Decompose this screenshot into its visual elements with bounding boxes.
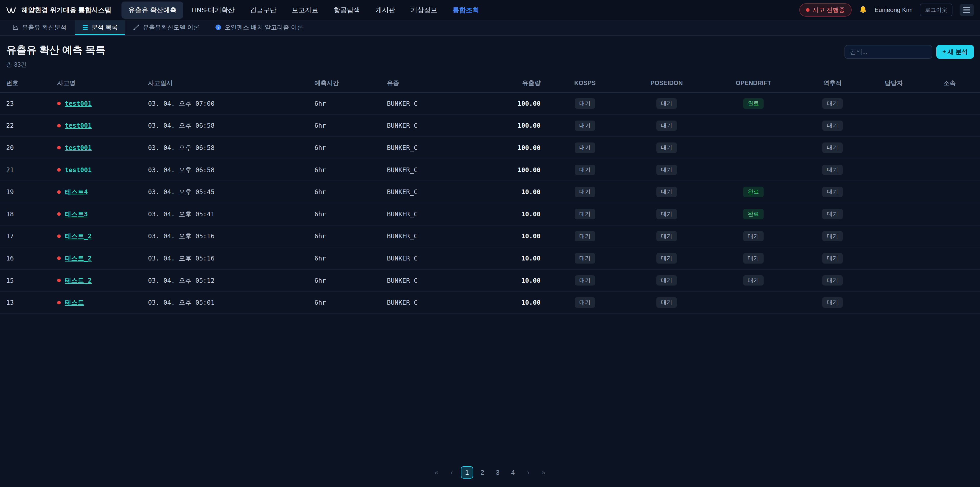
forecast-duration: 6hr bbox=[308, 270, 381, 292]
nav-item[interactable]: 항공탐색 bbox=[327, 2, 367, 19]
status-badge: 대기 bbox=[822, 253, 843, 263]
incident-dot-icon bbox=[57, 279, 61, 282]
spill-amount: 10.00 bbox=[473, 225, 547, 247]
spill-amount: 100.00 bbox=[473, 137, 547, 159]
nav-item[interactable]: 긴급구난 bbox=[243, 2, 283, 19]
pagination-prev-button[interactable]: ‹ bbox=[445, 466, 458, 479]
accident-name-cell: 테스트_2 bbox=[51, 225, 142, 247]
backtrack-status: 대기 bbox=[797, 181, 868, 203]
org-cell bbox=[919, 93, 980, 115]
status-badge: 대기 bbox=[656, 275, 677, 286]
oil-type: BUNKER_C bbox=[381, 159, 473, 181]
table-row: 22test00103. 04. 오후 06:586hrBUNKER_C100.… bbox=[0, 115, 980, 137]
incident-dot-icon bbox=[57, 212, 61, 216]
logout-button[interactable]: 로그아웃 bbox=[920, 3, 953, 16]
pagination: «‹1234›» bbox=[0, 459, 980, 487]
chart-icon bbox=[12, 24, 19, 30]
org-cell bbox=[919, 203, 980, 225]
tab[interactable]: 유출유 확산분석 bbox=[5, 21, 74, 35]
accident-name-link[interactable]: 테스트_2 bbox=[65, 254, 92, 262]
incident-dot-icon bbox=[57, 124, 61, 128]
spill-amount: 10.00 bbox=[473, 291, 547, 314]
status-badge: 대기 bbox=[656, 231, 677, 241]
kosps-status: 대기 bbox=[547, 137, 623, 159]
status-badge: 완료 bbox=[743, 98, 764, 109]
pagination-first-button[interactable]: « bbox=[430, 466, 442, 479]
accident-name-link[interactable]: test001 bbox=[65, 144, 92, 152]
org-cell bbox=[919, 225, 980, 247]
table-row: 20test00103. 04. 오후 06:586hrBUNKER_C100.… bbox=[0, 137, 980, 159]
accident-name-link[interactable]: 테스트4 bbox=[65, 188, 88, 196]
opendrift-status bbox=[710, 115, 797, 137]
status-badge: 대기 bbox=[822, 187, 843, 197]
slope-icon bbox=[133, 24, 140, 30]
org-cell bbox=[919, 115, 980, 137]
tab[interactable]: 유출유확산모델 이론 bbox=[126, 21, 207, 35]
spill-amount: 10.00 bbox=[473, 203, 547, 225]
status-badge: 대기 bbox=[822, 209, 843, 219]
bell-icon[interactable] bbox=[859, 6, 867, 14]
kosps-status: 대기 bbox=[547, 181, 623, 203]
pagination-next-button[interactable]: › bbox=[522, 466, 535, 479]
tab-label: 유출유확산모델 이론 bbox=[143, 23, 200, 31]
opendrift-status: 완료 bbox=[710, 203, 797, 225]
nav-item[interactable]: 유출유 확산예측 bbox=[121, 2, 183, 19]
table-row: 19테스트403. 04. 오후 05:456hrBUNKER_C10.00대기… bbox=[0, 181, 980, 203]
incident-status-badge[interactable]: 사고 진행중 bbox=[799, 3, 852, 17]
column-header: KOSPS bbox=[547, 74, 623, 93]
incident-dot-icon bbox=[806, 8, 810, 12]
new-analysis-button[interactable]: + 새 분석 bbox=[936, 45, 974, 59]
accident-name-link[interactable]: test001 bbox=[65, 122, 92, 129]
tab-label: 분석 목록 bbox=[92, 23, 118, 31]
status-badge: 대기 bbox=[575, 231, 595, 241]
accident-name-link[interactable]: 테스트_2 bbox=[65, 232, 92, 240]
accident-name-link[interactable]: 테스트3 bbox=[65, 210, 88, 218]
incident-dot-icon bbox=[57, 190, 61, 194]
nav-item[interactable]: 기상정보 bbox=[404, 2, 444, 19]
column-header: 역추적 bbox=[797, 74, 868, 93]
wing-logo-icon bbox=[6, 6, 18, 14]
status-badge: 대기 bbox=[575, 253, 595, 263]
pagination-page-button[interactable]: 4 bbox=[507, 466, 519, 479]
pagination-page-button[interactable]: 2 bbox=[476, 466, 488, 479]
poseidon-status: 대기 bbox=[623, 181, 710, 203]
page-title: 유출유 확산 예측 목록 bbox=[6, 43, 105, 57]
tab[interactable]: 분석 목록 bbox=[75, 21, 125, 35]
accident-name-link[interactable]: test001 bbox=[65, 166, 92, 174]
backtrack-status: 대기 bbox=[797, 225, 868, 247]
status-badge: 대기 bbox=[656, 165, 677, 175]
manager-cell bbox=[868, 247, 919, 270]
column-header: 사고명 bbox=[51, 74, 142, 93]
accident-name-link[interactable]: 테스트_2 bbox=[65, 276, 92, 285]
nav-item[interactable]: HNS·대기확산 bbox=[185, 2, 242, 19]
accident-name-cell: 테스트_2 bbox=[51, 270, 142, 292]
status-badge: 대기 bbox=[822, 231, 843, 241]
column-header: OPENDRIFT bbox=[710, 74, 797, 93]
app-title: 해양환경 위기대응 통합시스템 bbox=[21, 6, 111, 14]
table-header: 번호사고명사고일시예측시간유종유출량KOSPSPOSEIDONOPENDRIFT… bbox=[0, 74, 980, 93]
accident-name-link[interactable]: test001 bbox=[65, 100, 92, 107]
status-badge: 대기 bbox=[575, 209, 595, 219]
pagination-last-button[interactable]: » bbox=[538, 466, 550, 479]
table-row: 18테스트303. 04. 오후 05:416hrBUNKER_C10.00대기… bbox=[0, 203, 980, 225]
pagination-page-button[interactable]: 3 bbox=[492, 466, 504, 479]
search-input[interactable] bbox=[845, 45, 932, 59]
info-icon bbox=[215, 24, 221, 30]
accident-name-link[interactable]: 테스트 bbox=[65, 298, 84, 307]
accident-datetime: 03. 04. 오후 05:45 bbox=[142, 181, 308, 203]
tab[interactable]: 오일펜스 배치 알고리즘 이론 bbox=[208, 21, 310, 35]
backtrack-status: 대기 bbox=[797, 137, 868, 159]
kosps-status: 대기 bbox=[547, 225, 623, 247]
nav-item[interactable]: 보고자료 bbox=[285, 2, 325, 19]
pagination-page-button[interactable]: 1 bbox=[461, 466, 473, 479]
table-row: 16테스트_203. 04. 오후 05:166hrBUNKER_C10.00대… bbox=[0, 247, 980, 270]
status-badge: 대기 bbox=[822, 121, 843, 131]
hamburger-menu-icon[interactable] bbox=[959, 4, 974, 16]
accident-datetime: 03. 04. 오후 06:58 bbox=[142, 115, 308, 137]
nav-item[interactable]: 통합조회 bbox=[446, 2, 486, 19]
opendrift-status: 완료 bbox=[710, 93, 797, 115]
column-header: 유출량 bbox=[473, 74, 547, 93]
nav-item[interactable]: 게시판 bbox=[369, 2, 402, 19]
poseidon-status: 대기 bbox=[623, 247, 710, 270]
table-row: 21test00103. 04. 오후 06:586hrBUNKER_C100.… bbox=[0, 159, 980, 181]
